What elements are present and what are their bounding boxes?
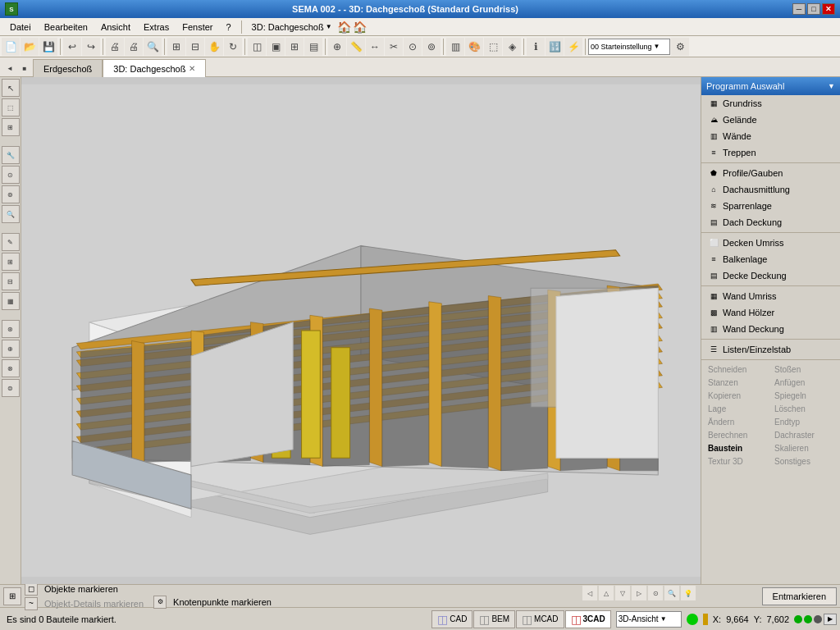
tb-print2[interactable]: 🖨 (125, 38, 143, 56)
tb-redo[interactable]: ↪ (82, 38, 100, 56)
bottom-wave-icon[interactable]: ~ (25, 597, 38, 610)
view-btn-3cad[interactable]: ◫ 3CAD (565, 610, 611, 628)
view-nav-zoom[interactable]: 🔍 (664, 586, 679, 600)
tb-view4[interactable]: ▤ (304, 38, 322, 56)
tb-new[interactable]: 📄 (2, 38, 20, 56)
tb-cut[interactable]: ✂ (385, 38, 403, 56)
view-mode-dropdown[interactable]: 3D-Ansicht ▼ (616, 611, 682, 628)
panel-item-dachdeckung[interactable]: ▤ Dach Deckung (701, 214, 840, 231)
action-schneiden[interactable]: Schneiden (705, 363, 770, 376)
tab-erdgeschoss[interactable]: Erdgeschoß (33, 59, 103, 77)
panel-item-wande[interactable]: ▥ Wände (701, 128, 840, 144)
action-kopieren[interactable]: Kopieren (705, 390, 770, 402)
view-nav-btn4[interactable]: ▷ (632, 586, 646, 600)
left-btn-5[interactable]: ⊙ (2, 166, 20, 184)
action-berechnen[interactable]: Berechnen (705, 429, 770, 441)
view-nav-btn2[interactable]: △ (599, 586, 614, 600)
left-btn-8[interactable]: ✎ (2, 233, 20, 251)
action-loschen[interactable]: Löschen (771, 403, 837, 415)
right-panel-header[interactable]: Programm Auswahl ▼ (701, 77, 840, 95)
left-btn-11[interactable]: ▦ (2, 292, 20, 310)
tb-rotate[interactable]: ↻ (224, 38, 242, 56)
tb-undo[interactable]: ↩ (63, 38, 81, 56)
label-objekte-markieren[interactable]: Objekte markieren (41, 584, 121, 594)
tab-close-button[interactable]: ✕ (189, 64, 195, 73)
tb-open[interactable]: 📂 (21, 38, 39, 56)
tab-scroll-left[interactable]: ◄ (3, 62, 16, 75)
tb-settings[interactable]: ⚙ (671, 38, 689, 56)
action-stanzen[interactable]: Stanzen (705, 377, 770, 389)
view-nav-btn3[interactable]: ▽ (615, 586, 630, 600)
menu-help[interactable]: ? (219, 21, 237, 34)
view-nav-btn1[interactable]: ◁ (582, 586, 597, 600)
view-btn-cad[interactable]: ◫ CAD (431, 610, 472, 628)
bottom-gear-icon[interactable]: ⚙ (153, 596, 167, 609)
close-button[interactable]: ✕ (822, 3, 835, 15)
view-btn-bem[interactable]: ◫ BEM (473, 610, 515, 628)
menu-fenster[interactable]: Fenster (176, 21, 219, 34)
panel-item-wandumriss[interactable]: ▦ Wand Umriss (701, 288, 840, 304)
left-btn-15[interactable]: ⊜ (2, 379, 20, 397)
restore-button[interactable]: □ (807, 3, 820, 15)
panel-item-deckenumriss[interactable]: ⬜ Decken Umriss (701, 235, 840, 251)
menu-datei[interactable]: Datei (3, 21, 38, 34)
action-textur3d[interactable]: Textur 3D (705, 455, 770, 468)
tb-preview[interactable]: 🔍 (144, 38, 162, 56)
menu-3d-dachgeschoss[interactable]: 3D: Dachgeschoß ▼ 🏠 🏠 (245, 19, 373, 35)
left-btn-2[interactable]: ⬚ (2, 98, 20, 116)
tb-view2[interactable]: ▣ (267, 38, 285, 56)
left-btn-10[interactable]: ⊟ (2, 272, 20, 290)
right-panel-arrow[interactable]: ▼ (828, 82, 835, 90)
tb-view3[interactable]: ⊞ (285, 38, 304, 56)
panel-item-wandholzer[interactable]: ▩ Wand Hölzer (701, 304, 840, 321)
tb-starteinstellung[interactable]: 00 Starteinstellung ▼ (588, 39, 670, 55)
action-lage[interactable]: Lage (705, 403, 770, 415)
tab-scroll-right[interactable]: ■ (18, 62, 31, 75)
panel-item-profile[interactable]: ⬟ Profile/Gauben (701, 165, 840, 181)
menu-extras[interactable]: Extras (137, 21, 176, 34)
bottom-icon-select[interactable]: ⊞ (3, 587, 21, 605)
action-spiegeln[interactable]: Spiegeln (771, 390, 837, 402)
action-dachraster[interactable]: Dachraster (771, 429, 837, 441)
tb-zoom-sel[interactable]: ⊞ (167, 38, 185, 56)
action-stossen[interactable]: Stoßen (771, 363, 837, 376)
tb-calc[interactable]: 🔢 (546, 38, 564, 56)
panel-item-wanddeckung[interactable]: ▥ Wand Deckung (701, 321, 840, 337)
action-anfugen[interactable]: Anfügen (771, 377, 837, 389)
view-nav-home[interactable]: ⊙ (648, 586, 663, 600)
panel-item-balkenlage[interactable]: ≡ Balkenlage (701, 251, 840, 267)
tb-color[interactable]: 🎨 (465, 38, 483, 56)
panel-item-deckedeckung[interactable]: ▤ Decke Deckung (701, 267, 840, 284)
minimize-button[interactable]: ─ (792, 3, 806, 15)
tb-pan[interactable]: ✋ (205, 38, 223, 56)
menu-ansicht[interactable]: Ansicht (94, 21, 137, 34)
left-btn-9[interactable]: ⊞ (2, 253, 20, 271)
view-nav-light[interactable]: 💡 (681, 586, 696, 600)
action-baustein[interactable]: Baustein (705, 442, 770, 454)
label-knotenpunkte[interactable]: Knotenpunkte markieren (170, 597, 275, 607)
tb-measure[interactable]: 📏 (347, 38, 365, 56)
tb-render[interactable]: ◈ (503, 38, 521, 56)
tb-snap[interactable]: ⊕ (328, 38, 346, 56)
left-btn-7[interactable]: 🔍 (2, 205, 20, 223)
left-btn-4[interactable]: 🔧 (2, 146, 20, 164)
entmarkieren-button[interactable]: Entmarkieren (762, 587, 837, 605)
menu-bearbeiten[interactable]: Bearbeiten (38, 21, 94, 34)
left-btn-12[interactable]: ⊛ (2, 320, 20, 338)
tb-save[interactable]: 💾 (39, 38, 57, 56)
panel-item-treppen[interactable]: ≡ Treppen (701, 144, 840, 161)
tb-layer[interactable]: ▥ (446, 38, 464, 56)
viewport[interactable] (21, 77, 701, 584)
tb-ext[interactable]: ⚡ (564, 38, 582, 56)
action-endtyp[interactable]: Endtyp (771, 416, 837, 428)
left-btn-13[interactable]: ⊕ (2, 340, 20, 358)
panel-item-listen[interactable]: ☰ Listen/Einzelstab (701, 341, 840, 358)
action-skalieren[interactable]: Skalieren (771, 442, 837, 454)
tb-info[interactable]: ℹ (527, 38, 545, 56)
panel-item-gelande[interactable]: ⛰ Gelände (701, 112, 840, 128)
left-btn-select[interactable]: ↖ (2, 79, 20, 97)
action-andern[interactable]: Ändern (705, 416, 770, 428)
left-btn-14[interactable]: ⊗ (2, 359, 20, 377)
panel-item-grundriss[interactable]: ▦ Grundriss (701, 95, 840, 112)
tb-3d[interactable]: ⬚ (484, 38, 502, 56)
